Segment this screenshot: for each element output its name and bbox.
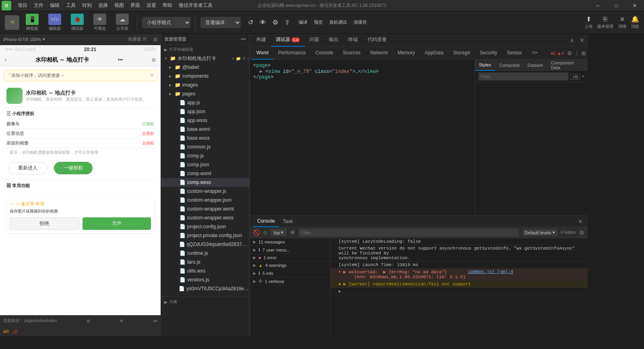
styles-tab-computed[interactable]: Computed xyxy=(495,60,524,71)
menu-devtools[interactable]: 微信开发者工具 xyxy=(175,0,216,11)
expand-icon[interactable]: ⊞ xyxy=(153,37,157,42)
refresh-button[interactable]: ↺ xyxy=(246,18,256,27)
refresh-icon[interactable]: ↺ xyxy=(242,56,246,61)
perm-album-status[interactable]: 去授权 xyxy=(142,140,154,146)
msg-all-header[interactable]: ▶ 11 messages xyxy=(250,238,330,246)
file-comp-wxml[interactable]: ▶ 📄 comp.wxml xyxy=(161,169,249,178)
cls-badge[interactable]: .cls xyxy=(570,74,580,80)
preview-button[interactable]: 预览 xyxy=(314,19,323,25)
console-tab-task[interactable]: Task xyxy=(279,216,297,227)
folder-components[interactable]: ▶ 📁 components xyxy=(161,72,249,81)
compile-selector[interactable]: 普通编译 xyxy=(200,17,241,28)
file-comp-json[interactable]: ▶ 📄 comp.json xyxy=(161,160,249,169)
inspector-expand-icon[interactable]: ⊞ xyxy=(581,50,586,56)
version-manage-button[interactable]: ⎘ 版本管理 xyxy=(597,16,613,29)
inspector-tab-sensor[interactable]: Sensor xyxy=(502,47,527,60)
tab-build[interactable]: 构建 xyxy=(252,34,271,47)
inspector-tab-security[interactable]: Security xyxy=(475,47,502,60)
console-eye-icon[interactable]: 👁 xyxy=(290,229,295,236)
menu-view[interactable]: 视图 xyxy=(111,0,127,11)
tab-terminal[interactable]: 终端 xyxy=(343,34,363,47)
styles-tab-dataset[interactable]: Dataset xyxy=(524,60,547,71)
close-devtools-icon[interactable]: ✕ xyxy=(578,37,586,43)
styles-tab-styles[interactable]: Styles xyxy=(475,60,495,71)
wxml-line-view[interactable]: ▶ <view id="_n_79" class="index">…</view… xyxy=(253,68,471,74)
console-settings-icon[interactable]: ⚙ xyxy=(579,229,584,236)
file-app-json[interactable]: ▶ 📄 app.json xyxy=(161,107,249,116)
inspector-tab-network[interactable]: Network xyxy=(365,47,393,60)
menu-project[interactable]: 项目 xyxy=(14,0,31,11)
real-device-button[interactable]: 真机调试 xyxy=(329,19,347,25)
close-console-icon[interactable]: ✕ xyxy=(576,218,584,225)
eye-button[interactable]: 👁 xyxy=(257,18,268,27)
file-utils-wxs[interactable]: ▶ 📄 utils.wxs xyxy=(161,266,249,275)
reenter-button[interactable]: 重新进入 xyxy=(8,162,47,174)
opened-editors-section[interactable]: ▶ 打开的编辑器 xyxy=(161,45,249,54)
console-filter-icon[interactable]: ⊙ xyxy=(263,230,267,235)
perm-location-status[interactable]: 去授权 xyxy=(142,131,154,136)
file-vendors-js[interactable]: ▶ 📄 vendors.js xyxy=(161,275,249,284)
inspector-tab-memory[interactable]: Memory xyxy=(393,47,420,60)
styles-filter-input[interactable] xyxy=(478,72,568,81)
mode-selector[interactable]: 小程序模式 xyxy=(142,17,190,28)
menu-select[interactable]: 选择 xyxy=(95,0,111,11)
styles-tab-component[interactable]: Component Data xyxy=(547,60,588,71)
inspector-tab-console[interactable]: Console xyxy=(311,47,338,60)
path-eye-icon[interactable]: 👁 xyxy=(120,319,124,323)
file-base-wxss[interactable]: ▶ 📄 base.wxss xyxy=(161,134,249,142)
cloud-button[interactable]: ☁ 云开发 xyxy=(113,12,132,33)
file-qqzdug[interactable]: ▶ 📄 qQZdUG34qsam9a9263790d9b... xyxy=(161,240,249,249)
msg-info-header[interactable]: ▶ ℹ 5 info xyxy=(250,269,330,277)
add-folder-icon[interactable]: 📁 xyxy=(236,56,241,61)
minimize-button[interactable]: ─ xyxy=(588,0,607,11)
device-selector[interactable]: iPhone 6/7/8 100% ▾ xyxy=(3,37,45,42)
folder-babel[interactable]: ▶ 📁 @babel xyxy=(161,63,249,72)
inspector-tab-performance[interactable]: Performance xyxy=(273,47,311,60)
msg-user-header[interactable]: ▶ ℹ 7 user mess... xyxy=(250,246,330,254)
file-project-private-config[interactable]: ▶ 📄 project.private.config.json xyxy=(161,231,249,240)
file-app-wxss[interactable]: ▶ 📄 app.wxss xyxy=(161,116,249,125)
log-link-4[interactable]: common.js? [sm]:4 xyxy=(468,269,513,274)
upload-button[interactable]: ⬆ 上传 xyxy=(584,15,592,29)
log-expand-arrow[interactable]: ▶ xyxy=(330,288,588,295)
msg-verbose-header[interactable]: ▶ ⚙ 1 verbose xyxy=(250,277,330,285)
inspector-settings-icon[interactable]: ⚙ xyxy=(567,50,572,56)
editor-button[interactable]: </> 编辑器 xyxy=(45,12,64,33)
add-file-icon[interactable]: + xyxy=(232,56,234,61)
menu-interface[interactable]: 界面 xyxy=(127,0,143,11)
inspector-tab-appdata[interactable]: AppData xyxy=(420,47,448,60)
tab-issues[interactable]: 问题 xyxy=(305,34,324,47)
close-button[interactable]: ✕ xyxy=(625,0,644,11)
menu-file[interactable]: 文件 xyxy=(31,0,47,11)
menu-tools[interactable]: 工具 xyxy=(63,0,79,11)
inspector-tab-sources[interactable]: Sources xyxy=(338,47,365,60)
menu-settings[interactable]: 设置 xyxy=(143,0,159,11)
inspector-tab-wxml[interactable]: Wxml xyxy=(252,47,273,60)
file-custom-wrapper-wxml[interactable]: ▶ 📄 custom-wrapper.wxml xyxy=(161,204,249,213)
level-selector[interactable]: Default levels ▾ xyxy=(522,229,557,236)
inspector-dots-icon[interactable]: ⋮ xyxy=(574,50,580,56)
maximize-button[interactable]: □ xyxy=(607,0,625,11)
msg-error-header[interactable]: ▶ ● 1 error xyxy=(250,254,330,261)
share-button[interactable]: ⇪ xyxy=(282,18,292,27)
file-ys0m[interactable]: ▶ 📄 ys0mVT6J5CCjc84a2816e4f94ac... xyxy=(161,284,249,293)
file-custom-wrapper-js[interactable]: ▶ 📄 custom-wrapper.js xyxy=(161,187,249,196)
visible-button[interactable]: 👁 可视化 xyxy=(90,12,109,33)
file-app-js[interactable]: ▶ 📄 app.js xyxy=(161,98,249,107)
tab-output[interactable]: 输出 xyxy=(324,34,343,47)
file-custom-wrapper-json[interactable]: ▶ 📄 custom-wrapper.json xyxy=(161,196,249,204)
tab-code-quality[interactable]: 代码质量 xyxy=(363,34,392,47)
file-common-js[interactable]: ▶ 📄 common.js xyxy=(161,142,249,151)
detail-button[interactable]: ≡ 详情 xyxy=(618,16,626,29)
file-base-wxml[interactable]: ▶ 📄 base.wxml xyxy=(161,125,249,134)
settings-button[interactable]: ⚙ xyxy=(270,18,281,27)
auth-button[interactable]: 一键授权 xyxy=(54,162,93,174)
file-runtime-js[interactable]: ▶ 📄 runtime.js xyxy=(161,249,249,258)
hotreload-label[interactable]: 热重载 开 xyxy=(128,36,147,42)
simulator-button[interactable]: 📱 模拟器 xyxy=(23,12,42,33)
reject-button[interactable]: 拒绝 xyxy=(10,217,79,230)
console-filter-input[interactable] xyxy=(299,229,519,237)
file-comp-wxss[interactable]: ▶ 📄 comp.wxss xyxy=(161,178,249,187)
file-project-config[interactable]: ▶ 📄 project.config.json xyxy=(161,222,249,231)
add-miniapp-banner[interactable]: 「添加小程序」访问更便捷→ ✕ xyxy=(3,70,157,81)
